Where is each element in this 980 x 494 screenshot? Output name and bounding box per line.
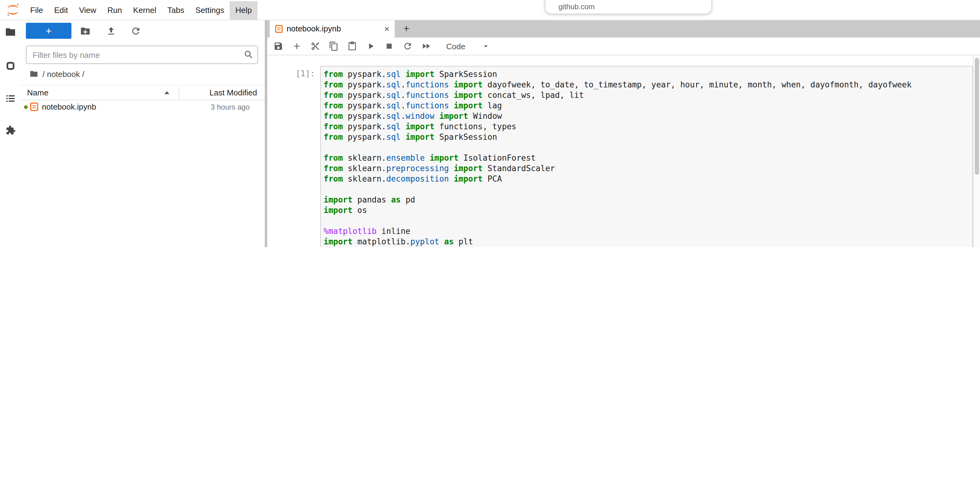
refresh-button[interactable] xyxy=(130,25,141,37)
scrollbar-thumb[interactable] xyxy=(974,58,979,175)
fast-forward-icon xyxy=(421,41,431,51)
dock-tab-bar: notebook.ipynb × + xyxy=(267,20,980,38)
file-name: notebook.ipynb xyxy=(42,102,96,111)
search-icon xyxy=(243,50,253,59)
folder-icon xyxy=(5,27,16,38)
chevron-down-icon xyxy=(481,42,490,51)
interrupt-kernel-button[interactable] xyxy=(384,41,395,51)
puzzle-icon xyxy=(5,125,16,136)
file-row-notebook[interactable]: notebook.ipynb 3 hours ago xyxy=(20,100,264,114)
refresh-icon xyxy=(130,25,141,36)
toc-list-icon xyxy=(5,93,16,104)
menu-run[interactable]: Run xyxy=(102,1,128,19)
clipboard-icon xyxy=(347,41,357,51)
file-filter-input[interactable] xyxy=(27,46,257,64)
paste-cells-button[interactable] xyxy=(347,41,358,51)
menu-edit[interactable]: Edit xyxy=(49,1,73,19)
menu-settings[interactable]: Settings xyxy=(190,1,230,19)
home-folder-icon xyxy=(30,70,38,78)
main-menubar: File Edit View Run Kernel Tabs Settings … xyxy=(0,0,980,20)
notebook-file-icon xyxy=(30,102,39,113)
run-icon xyxy=(366,41,375,51)
plus-icon xyxy=(292,41,302,51)
new-launcher-button[interactable]: + xyxy=(26,23,72,39)
plus-icon: + xyxy=(46,25,52,36)
restart-kernel-button[interactable] xyxy=(402,41,413,51)
sort-ascending-icon xyxy=(164,91,169,94)
sidebar-item-table-of-contents[interactable] xyxy=(4,92,17,105)
input-prompt: [1]: xyxy=(267,66,320,247)
file-browser-panel: + / notebook / xyxy=(20,20,264,247)
tab-title: notebook.ipynb xyxy=(286,24,341,33)
menu-help[interactable]: Help xyxy=(230,1,258,19)
breadcrumb[interactable]: / notebook / xyxy=(30,68,84,79)
tab-notebook-ipynb[interactable]: notebook.ipynb × xyxy=(269,20,395,38)
sidebar-tab-strip xyxy=(0,20,20,247)
file-filter-box xyxy=(26,46,258,64)
run-cell-button[interactable] xyxy=(366,41,376,51)
stop-icon xyxy=(385,42,393,51)
popup-text: github.com xyxy=(558,2,595,11)
browser-popup: github.com xyxy=(545,0,712,14)
jupyterlab-window: File Edit View Run Kernel Tabs Settings … xyxy=(0,0,980,247)
copy-icon xyxy=(329,41,339,51)
cell-type-value: Code xyxy=(446,41,465,51)
code-cell-1: [1]: from pyspark.sql import SparkSessio… xyxy=(267,66,973,247)
file-modified-time: 3 hours ago xyxy=(211,103,250,111)
menu-tabs[interactable]: Tabs xyxy=(162,1,190,19)
menu-file[interactable]: File xyxy=(25,1,49,19)
cell-editor-1[interactable]: from pyspark.sql import SparkSessionfrom… xyxy=(320,66,973,247)
breadcrumb-path: / notebook / xyxy=(43,69,84,78)
main-dock-panel: notebook.ipynb × + xyxy=(264,20,980,247)
running-kernels-icon xyxy=(6,61,15,71)
notebook-content: [1]: from pyspark.sql import SparkSessio… xyxy=(267,56,973,247)
new-folder-button[interactable] xyxy=(80,25,91,37)
save-icon xyxy=(274,41,283,51)
new-folder-icon xyxy=(80,25,90,36)
notebook-scrollbar[interactable] xyxy=(973,56,980,247)
menu-view[interactable]: View xyxy=(73,1,102,19)
copy-cells-button[interactable] xyxy=(329,41,339,51)
insert-cell-button[interactable] xyxy=(291,41,302,51)
column-header-name[interactable]: Name xyxy=(27,88,48,97)
tab-close-icon[interactable]: × xyxy=(384,24,390,33)
restart-run-all-button[interactable] xyxy=(421,41,431,51)
upload-button[interactable] xyxy=(105,25,116,37)
menu-kernel[interactable]: Kernel xyxy=(127,1,162,19)
cell-type-dropdown[interactable]: Code xyxy=(446,41,490,51)
column-header-modified[interactable]: Last Modified xyxy=(209,88,257,97)
restart-icon xyxy=(403,41,412,51)
notebook-tab-icon xyxy=(274,24,283,33)
upload-icon xyxy=(106,25,116,36)
new-tab-button[interactable]: + xyxy=(399,21,414,37)
notebook-toolbar: Code xyxy=(267,38,980,56)
cut-cells-button[interactable] xyxy=(310,41,320,51)
plus-icon: + xyxy=(403,22,409,35)
column-divider xyxy=(178,87,179,98)
scissors-icon xyxy=(310,41,320,51)
sidebar-item-file-browser[interactable] xyxy=(4,26,17,38)
save-button[interactable] xyxy=(273,41,283,51)
kernel-running-dot xyxy=(24,105,28,109)
jupyter-logo-icon xyxy=(6,2,20,17)
sidebar-item-extensions[interactable] xyxy=(4,124,17,137)
sidebar-item-running-kernels[interactable] xyxy=(4,60,17,72)
file-listing-header: Name Last Modified xyxy=(20,85,264,100)
